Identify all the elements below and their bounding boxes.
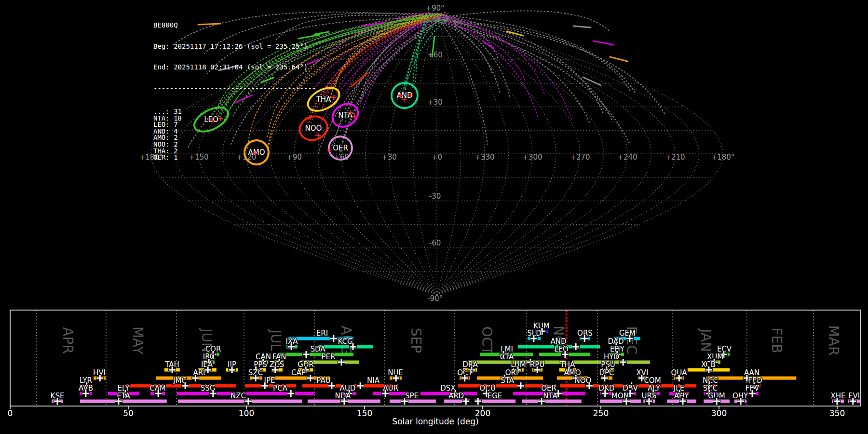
header-separator: ---------------------------------------- [153, 85, 316, 92]
x-tick-label: 250 [593, 408, 609, 418]
shower-bar-ARI [156, 377, 221, 380]
peak-marker-NIA [357, 382, 364, 389]
shower-label-PSU: PSU [601, 360, 615, 369]
month-label-SEP: SEP [408, 328, 424, 353]
shower-label-ERI: ERI [316, 329, 328, 338]
shower-label-SPE: SPE [405, 392, 419, 400]
shower-label-GEM: GEM [619, 329, 636, 338]
begin-time: Beg: 20251117 17:12:26 (sol = 235.25°) [153, 43, 316, 50]
peak-marker-AND [572, 343, 579, 350]
count-line-OER: OER: 1 [153, 154, 316, 161]
month-label-JAN: JAN [698, 328, 714, 352]
peak-marker-STA [517, 382, 524, 389]
shower-bars: KUMERISLDORSGEMIXAKCGANDDADCORSDALMILEOE… [51, 322, 860, 405]
month-label-JUL: JUL [268, 329, 284, 352]
shower-label-PER: PER [322, 353, 336, 361]
shower-label-STA: STA [501, 376, 515, 385]
peak-marker-SDA [303, 351, 310, 358]
end-time: End: 20251118 02:31:04 (sol = 235.64°) [153, 64, 316, 71]
shower-label-EGE: EGE [488, 392, 502, 400]
shower-label-NZC: NZC [231, 392, 246, 400]
shower-label-PAU: PAU [316, 376, 330, 385]
x-tick-label: 350 [829, 408, 845, 418]
peak-marker-NZC [245, 398, 252, 405]
meteor-report-screen: +180°+150+120+90+60+30+0+330+300+270+240… [0, 0, 868, 434]
month-label-OCT: OCT [479, 326, 495, 355]
month-label-MAY: MAY [130, 326, 146, 355]
activity-timeline-chart: APRMAYJUNJULAUGSEPOCTNOVDECJANFEBMARKUME… [0, 0, 868, 434]
peak-marker-EGE [475, 398, 481, 405]
month-label-MAR: MAR [826, 326, 841, 356]
shower-label-KCG: KCG [338, 337, 353, 346]
x-tick-label: 0 [8, 408, 13, 418]
shower-count-list: ...: 31NTA: 18LEO: 7AND: 4AMO: 2NOO: 2TH… [153, 108, 316, 161]
observation-header: BE000Q Beg: 20251117 17:12:26 (sol = 235… [153, 8, 316, 175]
shower-label-NTA: NTA [543, 392, 557, 400]
peak-marker-ERI [330, 335, 337, 342]
peak-marker-PCA [287, 390, 294, 397]
peak-marker-PER [338, 359, 345, 366]
x-tick-label: 50 [123, 408, 134, 418]
x-tick-label: 300 [711, 408, 727, 418]
station-id: BE000Q [153, 22, 316, 29]
shower-label-PCA: PCA [273, 384, 288, 393]
x-tick-label: 100 [239, 408, 254, 418]
shower-label-NIA: NIA [367, 376, 380, 385]
x-tick-label: 150 [357, 408, 372, 418]
peak-marker-CAP [307, 375, 314, 381]
shower-label-THA: THA [560, 360, 575, 369]
shower-label-CAP: CAP [291, 368, 306, 377]
x-axis-title: Solar longitude (deg) [392, 417, 479, 426]
shower-label-DPC: DPC [599, 368, 614, 377]
month-label-APR: APR [60, 327, 76, 354]
shower-label-ARD: ARD [448, 392, 464, 400]
peak-marker-HYD [620, 359, 626, 366]
month-label-FEB: FEB [769, 327, 785, 353]
shower-label-ZCS: ZCS [270, 360, 284, 369]
